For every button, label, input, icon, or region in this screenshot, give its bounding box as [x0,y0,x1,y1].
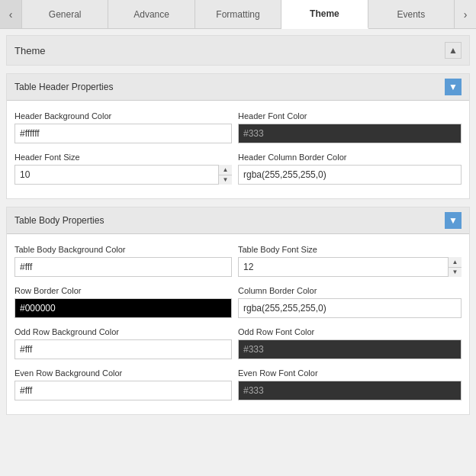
tab-general[interactable]: General [21,0,108,28]
table-header-collapse-button[interactable]: ▼ [445,79,462,95]
table-body-section: Table Body Properties ▼ Table Body Backg… [6,207,470,415]
field-even-row-bg-color: Even Row Background Color [14,365,238,407]
input-odd-row-font-color[interactable] [238,339,462,359]
label-header-bg-color: Header Background Color [14,111,232,121]
table-header-section-header: Table Header Properties ▼ [7,74,469,101]
label-odd-row-bg-color: Odd Row Background Color [14,327,232,336]
label-header-font-color: Header Font Color [238,111,462,121]
theme-collapse-button[interactable]: ▲ [445,42,462,59]
label-body-font-size: Table Body Font Size [238,245,462,254]
field-header-border-color: Header Column Border Color [238,150,462,191]
tab-prev-button[interactable]: ‹ [0,0,21,28]
tabs-container: GeneralAdvanceFormattingThemeEvents [21,0,455,28]
spinner-buttons-body-font-size: ▲▼ [448,257,462,277]
tab-theme[interactable]: Theme [281,0,368,29]
field-even-row-font-color: Even Row Font Color [238,365,462,407]
field-body-font-size: Table Body Font Size▲▼ [238,242,462,283]
spinner-up-header-font-size[interactable]: ▲ [219,165,232,175]
table-header-title: Table Header Properties [14,82,113,92]
spinner-up-body-font-size[interactable]: ▲ [449,257,462,268]
tab-events[interactable]: Events [368,0,455,28]
label-row-border-color: Row Border Color [14,286,232,295]
spinner-wrap-body-font-size: ▲▼ [238,257,462,277]
field-odd-row-font-color: Odd Row Font Color [238,324,462,365]
table-body-title: Table Body Properties [14,215,104,226]
input-body-bg-color[interactable] [14,257,232,277]
input-body-font-size[interactable] [238,257,462,277]
label-header-font-size: Header Font Size [14,153,232,162]
field-col-border-color: Column Border Color [238,283,462,324]
table-body-section-header: Table Body Properties ▼ [7,207,469,234]
input-row-border-color[interactable] [14,298,232,318]
label-header-border-color: Header Column Border Color [238,153,462,162]
spinner-buttons-header-font-size: ▲▼ [218,165,232,185]
label-even-row-font-color: Even Row Font Color [238,368,462,378]
table-body-collapse-button[interactable]: ▼ [445,212,462,229]
field-header-font-size: Header Font Size▲▼ [14,150,238,191]
label-even-row-bg-color: Even Row Background Color [14,368,232,378]
input-col-border-color[interactable] [238,298,462,318]
input-header-font-color[interactable] [238,124,462,143]
table-header-fields: Header Background ColorHeader Font Color… [7,101,469,198]
tab-formatting[interactable]: Formatting [195,0,281,28]
input-even-row-bg-color[interactable] [14,381,232,400]
input-header-font-size[interactable] [14,165,232,185]
input-even-row-font-color[interactable] [238,381,462,400]
field-odd-row-bg-color: Odd Row Background Color [14,324,238,365]
tab-advance[interactable]: Advance [108,0,195,28]
tab-bar: ‹ GeneralAdvanceFormattingThemeEvents › [0,0,476,29]
spinner-down-body-font-size[interactable]: ▼ [449,268,462,278]
label-col-border-color: Column Border Color [238,286,462,295]
field-header-font-color: Header Font Color [238,108,462,150]
field-header-bg-color: Header Background Color [14,108,238,150]
main-content: Theme ▲ Table Header Properties ▼ Header… [0,29,476,476]
theme-section-title: Theme [14,45,45,56]
label-body-bg-color: Table Body Background Color [14,245,232,254]
tab-next-button[interactable]: › [455,0,476,28]
spinner-down-header-font-size[interactable]: ▼ [219,175,232,185]
table-header-section: Table Header Properties ▼ Header Backgro… [6,73,470,199]
field-row-border-color: Row Border Color [14,283,238,324]
field-body-bg-color: Table Body Background Color [14,242,238,283]
input-header-border-color[interactable] [238,165,462,185]
input-odd-row-bg-color[interactable] [14,339,232,359]
spinner-wrap-header-font-size: ▲▼ [14,165,232,185]
input-header-bg-color[interactable] [14,124,232,143]
table-body-fields: Table Body Background ColorTable Body Fo… [7,234,469,414]
label-odd-row-font-color: Odd Row Font Color [238,327,462,336]
theme-section-header: Theme ▲ [6,35,470,66]
